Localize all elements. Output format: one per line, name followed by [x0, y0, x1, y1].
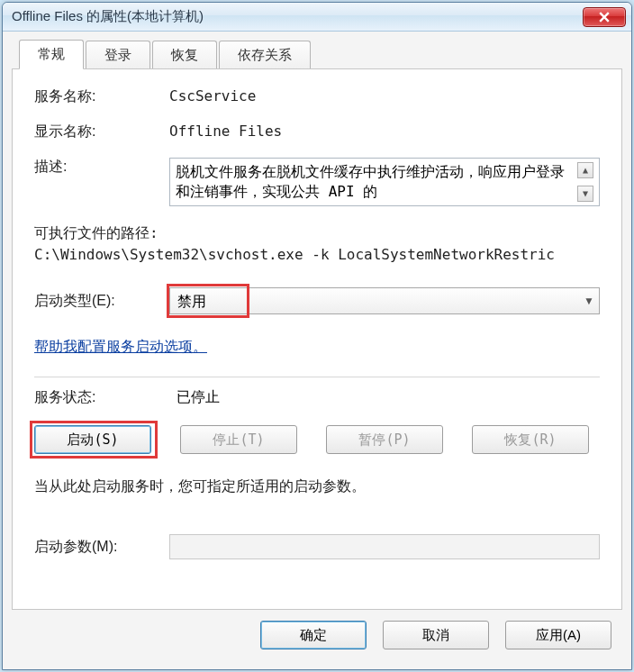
tab-general[interactable]: 常规 [19, 40, 84, 69]
client-area: 常规 登录 恢复 依存关系 服务名称: CscService 显示名称: Off… [3, 32, 631, 669]
cancel-button[interactable]: 取消 [383, 621, 489, 649]
help-link[interactable]: 帮助我配置服务启动选项。 [34, 338, 207, 357]
tab-dependencies[interactable]: 依存关系 [219, 41, 311, 69]
start-button[interactable]: 启动(S) [34, 425, 151, 454]
resume-button: 恢复(R) [472, 425, 589, 454]
service-name-label: 服务名称: [34, 87, 169, 106]
executable-path-label: 可执行文件的路径: [34, 222, 600, 244]
startup-type-combo-wrap: 禁用 ▼ [169, 287, 600, 314]
close-icon [599, 12, 610, 23]
scroll-up-button[interactable]: ▲ [577, 162, 593, 178]
service-status-value: 已停止 [177, 388, 220, 407]
service-name-value: CscService [169, 87, 600, 106]
start-hint: 当从此处启动服务时，您可指定所适用的启动参数。 [34, 477, 600, 496]
pause-button: 暂停(P) [326, 425, 443, 454]
service-status-row: 服务状态: 已停止 [34, 388, 600, 407]
start-params-input [169, 534, 600, 559]
description-row: 描述: 脱机文件服务在脱机文件缓存中执行维护活动，响应用户登录和注销事件，实现公… [34, 158, 600, 206]
display-name-label: 显示名称: [34, 123, 169, 141]
description-box: 脱机文件服务在脱机文件缓存中执行维护活动，响应用户登录和注销事件，实现公共 AP… [169, 158, 600, 206]
properties-dialog: Offline Files 的属性(本地计算机) 常规 登录 恢复 依存关系 服… [2, 2, 632, 670]
display-name-value: Offline Files [169, 123, 600, 141]
service-name-row: 服务名称: CscService [34, 87, 600, 106]
start-params-row: 启动参数(M): [34, 534, 600, 559]
executable-path-block: 可执行文件的路径: C:\Windows\System32\svchost.ex… [34, 222, 600, 266]
description-text: 脱机文件服务在脱机文件缓存中执行维护活动，响应用户登录和注销事件，实现公共 AP… [176, 162, 574, 202]
tab-recovery[interactable]: 恢复 [152, 41, 217, 69]
service-buttons-row: 启动(S) 停止(T) 暂停(P) 恢复(R) [34, 425, 600, 454]
close-button[interactable] [583, 7, 626, 27]
separator [34, 377, 600, 377]
startup-type-row: 启动类型(E): 禁用 ▼ [34, 287, 600, 314]
apply-button[interactable]: 应用(A) [505, 621, 611, 649]
titlebar: Offline Files 的属性(本地计算机) [3, 3, 631, 32]
tab-logon[interactable]: 登录 [86, 41, 150, 69]
startup-type-label: 启动类型(E): [34, 292, 169, 311]
description-scrollbar: ▲ ▼ [577, 162, 593, 202]
scroll-down-button[interactable]: ▼ [577, 186, 593, 202]
description-label: 描述: [34, 158, 169, 177]
executable-path-value: C:\Windows\System32\svchost.exe -k Local… [34, 244, 600, 266]
dialog-footer: 确定 取消 应用(A) [12, 610, 622, 660]
startup-type-combo[interactable]: 禁用 [169, 287, 600, 314]
ok-button[interactable]: 确定 [260, 621, 367, 649]
stop-button: 停止(T) [180, 425, 297, 454]
window-title: Offline Files 的属性(本地计算机) [12, 8, 583, 25]
tab-strip: 常规 登录 恢复 依存关系 [19, 39, 622, 68]
general-panel: 服务名称: CscService 显示名称: Offline Files 描述:… [12, 68, 622, 610]
start-params-label: 启动参数(M): [34, 538, 169, 557]
display-name-row: 显示名称: Offline Files [34, 123, 600, 141]
service-status-label: 服务状态: [34, 388, 177, 407]
